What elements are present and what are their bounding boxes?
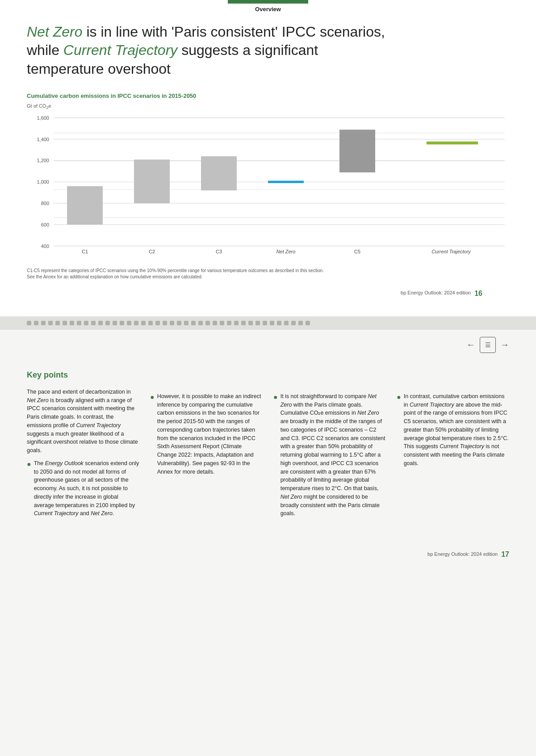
dot-24: [191, 321, 196, 325]
dot-38: [291, 321, 296, 325]
footnote-line1: C1-C5 represent the categories of IPCC s…: [27, 268, 324, 273]
dot-40: [306, 321, 310, 325]
svg-text:400: 400: [41, 243, 49, 248]
bar-c2: [134, 160, 170, 203]
svg-text:C3: C3: [216, 249, 222, 254]
svg-text:600: 600: [41, 222, 49, 227]
chart-section: Cumulative carbon emissions in IPCC scen…: [27, 92, 509, 280]
dot-22: [177, 321, 181, 325]
dot-5: [55, 321, 60, 325]
key-points-grid: The pace and extent of decarbonization i…: [27, 388, 509, 518]
dot-23: [184, 321, 188, 325]
dot-7: [70, 321, 74, 325]
page-number-bottom: 17: [501, 549, 509, 559]
footnote-line2: See the Annex for an additional explanat…: [27, 274, 203, 279]
page-number-top: 16: [474, 288, 482, 298]
col4-bullet-1: ● In contrast, cumulative carbon emissio…: [397, 392, 509, 468]
col3-bullet-1: ● It is not straightforward to compare N…: [273, 392, 386, 518]
overview-green-bar: [228, 0, 308, 4]
key-points-section: Key points The pace and extent of decarb…: [0, 360, 536, 536]
dot-4: [48, 321, 53, 325]
dot-32: [248, 321, 253, 325]
bullet-dot-2: ●: [150, 393, 155, 476]
dot-11: [98, 321, 103, 325]
chart-ylabel: Gt of CO2e: [27, 103, 509, 111]
bullet-dot-3: ●: [273, 393, 278, 518]
svg-text:Current Trajectory: Current Trajectory: [431, 249, 471, 254]
dot-14: [120, 321, 124, 325]
bullet-dot-4: ●: [397, 393, 401, 468]
dot-29: [227, 321, 231, 325]
page: Overview Net Zero is in line with 'Paris…: [0, 0, 536, 756]
bar-c3: [201, 156, 237, 190]
title-net-zero: Net Zero: [27, 24, 82, 40]
svg-text:C2: C2: [149, 249, 155, 254]
page-title: Net Zero is in line with 'Paris consiste…: [27, 23, 429, 79]
nav-menu-icon[interactable]: ☰: [480, 337, 496, 353]
svg-text:C5: C5: [354, 249, 360, 254]
col1-main-text: The pace and extent of decarbonization i…: [27, 388, 139, 455]
bottom-footer: bp Energy Outlook: 2024 edition 17: [0, 536, 536, 568]
dot-1: [27, 321, 31, 325]
dot-10: [91, 321, 96, 325]
svg-text:1,600: 1,600: [37, 115, 49, 120]
dot-17: [141, 321, 146, 325]
bullet-dot-1: ●: [27, 460, 31, 518]
bar-c5: [339, 130, 375, 172]
svg-text:800: 800: [41, 201, 49, 206]
dot-15: [127, 321, 131, 325]
nav-menu-lines: ☰: [485, 340, 491, 349]
svg-text:1,400: 1,400: [37, 136, 49, 142]
col4-bullet-1-text: In contrast, cumulative carbon emissions…: [404, 392, 509, 468]
key-point-col-1: The pace and extent of decarbonization i…: [27, 388, 139, 518]
bar-c1: [67, 186, 103, 224]
dot-13: [113, 321, 117, 325]
title-part3: while: [27, 42, 63, 58]
dot-9: [84, 321, 88, 325]
svg-text:Net Zero: Net Zero: [276, 249, 296, 254]
dot-26: [205, 321, 210, 325]
key-point-col-3: ● It is not straightforward to compare N…: [273, 388, 386, 518]
top-section: Overview Net Zero is in line with 'Paris…: [0, 0, 536, 316]
col2-bullet-1-text: However, it is possible to make an indir…: [157, 392, 263, 476]
footer-bottom-text: bp Energy Outlook: 2024 edition: [427, 551, 498, 558]
dot-35: [270, 321, 274, 325]
dot-16: [134, 321, 138, 325]
bar-chart-svg: 1,600 1,400 1,200 1,000 800 600 400 C1 C: [27, 113, 509, 265]
key-point-col-2: ● However, it is possible to make an ind…: [150, 388, 263, 518]
dot-3: [41, 321, 46, 325]
col2-bullet-1: ● However, it is possible to make an ind…: [150, 392, 263, 476]
col3-bullet-1-text: It is not straightforward to compare Net…: [281, 392, 386, 518]
overview-bar: Overview: [27, 0, 509, 14]
svg-text:C1: C1: [82, 249, 88, 254]
dot-21: [170, 321, 174, 325]
nav-arrow-right[interactable]: →: [500, 338, 509, 351]
nav-row: ← ☰ →: [0, 330, 536, 360]
dot-8: [77, 321, 81, 325]
dot-18: [148, 321, 153, 325]
dot-28: [220, 321, 224, 325]
title-part6: temperature overshoot: [27, 61, 171, 77]
dot-30: [234, 321, 239, 325]
nav-arrow-left[interactable]: ←: [466, 338, 475, 351]
dot-6: [63, 321, 67, 325]
dot-33: [255, 321, 260, 325]
title-current-trajectory: Current Trajectory: [63, 42, 177, 58]
bar-chart-container: 1,600 1,400 1,200 1,000 800 600 400 C1 C: [27, 113, 509, 265]
dot-2: [34, 321, 38, 325]
dot-27: [213, 321, 217, 325]
dot-34: [263, 321, 267, 325]
dotted-band: [0, 316, 536, 330]
overview-label-wrapper: Overview: [228, 0, 308, 14]
overview-label: Overview: [228, 5, 308, 14]
dot-19: [155, 321, 160, 325]
footer-top-text: bp Energy Outlook: 2024 edition: [401, 290, 471, 297]
dot-20: [163, 321, 167, 325]
col1-bullet-1-text: The Energy Outlook scenarios extend only…: [34, 459, 139, 518]
page-footer-top: bp Energy Outlook: 2024 edition 16: [27, 285, 509, 298]
dot-25: [198, 321, 203, 325]
svg-text:1,000: 1,000: [37, 179, 49, 185]
dot-12: [105, 321, 110, 325]
svg-text:1,200: 1,200: [37, 158, 49, 163]
col1-bullet-1: ● The Energy Outlook scenarios extend on…: [27, 459, 139, 518]
